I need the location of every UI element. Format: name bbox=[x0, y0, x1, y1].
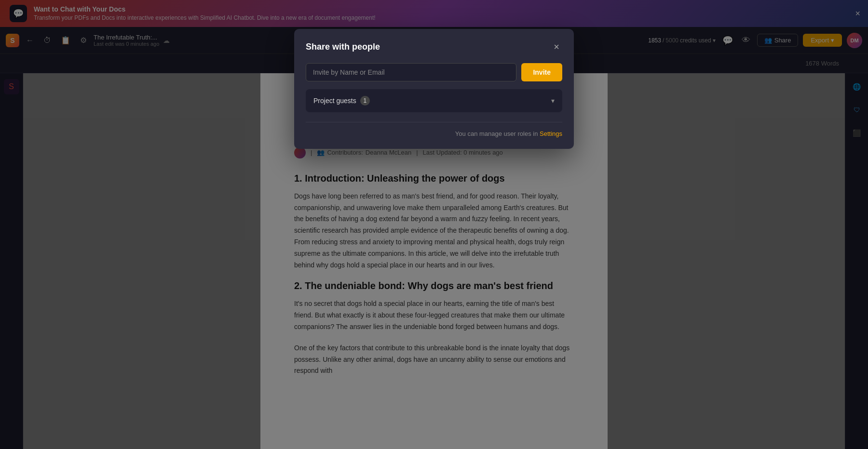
project-guests-row[interactable]: Project guests 1 ▾ bbox=[306, 89, 562, 112]
guests-left: Project guests 1 bbox=[313, 96, 370, 106]
modal-divider bbox=[306, 122, 562, 122]
invite-button[interactable]: Invite bbox=[521, 63, 562, 81]
share-modal: Share with people × Invite Project guest… bbox=[294, 29, 574, 149]
footer-text: You can manage user roles in bbox=[455, 130, 538, 137]
invite-input[interactable] bbox=[306, 63, 516, 81]
modal-footer: You can manage user roles in Settings bbox=[306, 130, 562, 137]
modal-header: Share with people × bbox=[306, 40, 562, 53]
guests-count-badge: 1 bbox=[360, 96, 370, 106]
modal-title: Share with people bbox=[306, 42, 380, 52]
invite-row: Invite bbox=[306, 63, 562, 81]
modal-close-button[interactable]: × bbox=[551, 40, 562, 53]
guests-chevron-icon: ▾ bbox=[551, 97, 555, 105]
modal-overlay: Share with people × Invite Project guest… bbox=[0, 0, 868, 449]
guests-label: Project guests bbox=[313, 97, 356, 105]
settings-link[interactable]: Settings bbox=[540, 130, 562, 137]
